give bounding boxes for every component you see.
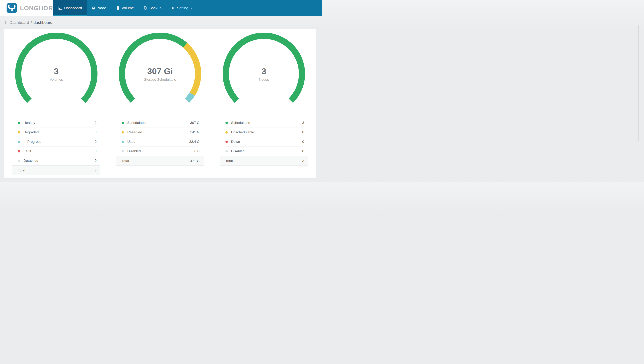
- legend-label: Schedulable: [231, 121, 302, 125]
- nav-item-volume[interactable]: Volume: [111, 0, 139, 16]
- gear-icon: [171, 6, 175, 10]
- legend-row: Schedulable307 Gi: [116, 118, 204, 128]
- nav-item-dashboard[interactable]: Dashboard: [54, 0, 87, 16]
- gauge-arc-schedulable: [119, 32, 187, 103]
- legend-dot: [226, 122, 228, 124]
- storage-gauge-chart: 307 Gi Storage Schedulable: [118, 32, 202, 105]
- nodes-gauge-chart: 3 Nodes: [222, 32, 306, 105]
- legend-dot: [226, 150, 228, 152]
- gauge-arc-schedulable: [223, 32, 305, 103]
- gauge-arc-canvas: [14, 32, 98, 105]
- legend-dot: [226, 141, 228, 143]
- legend-dot: [122, 150, 124, 152]
- legend-dot: [18, 122, 20, 124]
- legend-value: 3: [302, 121, 304, 125]
- volumes-legend-table: Healthy3Degraded0In Progress0Fault0Detac…: [12, 118, 100, 175]
- nav-item-setting[interactable]: Setting: [166, 0, 198, 16]
- legend-label: Detached: [24, 159, 94, 163]
- legend-value: 0: [302, 140, 304, 144]
- breadcrumb-section: Dashboard: [10, 20, 29, 25]
- brand-logo-link[interactable]: LONGHORN: [0, 0, 54, 16]
- legend-value: 3: [94, 121, 96, 125]
- top-nav-bar: LONGHORN Dashboard Node: [0, 0, 322, 16]
- legend-value: 0: [94, 140, 96, 144]
- legend-row: Degraded0: [12, 128, 100, 137]
- legend-value: 22.4 Gi: [189, 140, 200, 144]
- total-value: 471 Gi: [190, 159, 200, 163]
- legend-row: Used22.4 Gi: [116, 137, 204, 146]
- legend-label: Fault: [24, 149, 94, 153]
- legend-dot: [122, 122, 124, 124]
- total-label: Total: [18, 168, 25, 172]
- breadcrumb-root-link[interactable]: Dashboard: [5, 20, 29, 25]
- nav-label: Setting: [177, 6, 188, 10]
- legend-total-row: Total 3: [220, 156, 308, 166]
- legend-dot: [122, 141, 124, 143]
- dashboard-card: 3 Volumes Healthy3Degraded0In Progress0F…: [4, 29, 316, 178]
- legend-label: Schedulable: [127, 121, 190, 125]
- legend-dot: [18, 160, 20, 162]
- legend-value: 0: [302, 149, 304, 153]
- legend-total-row: Total 471 Gi: [116, 156, 204, 166]
- legend-dot: [122, 131, 124, 134]
- nav-label: Node: [98, 6, 106, 10]
- legend-row: Healthy3: [12, 118, 100, 128]
- legend-value: 0: [302, 130, 304, 134]
- gauge-arc-canvas: [222, 32, 306, 105]
- nodes-legend-table: Schedulable3Unschedulable0Down0Disabled0…: [220, 118, 308, 166]
- legend-row: Reserved141 Gi: [116, 128, 204, 137]
- gauge-arc-healthy: [15, 32, 98, 103]
- nav-label: Volume: [122, 6, 134, 10]
- legend-row: Schedulable3: [220, 118, 308, 128]
- legend-row: Detached0: [12, 156, 100, 166]
- total-label: Total: [226, 159, 233, 163]
- nav-label: Backup: [149, 6, 162, 10]
- backup-icon: [143, 6, 147, 10]
- brand-name: LONGHORN: [20, 4, 58, 12]
- total-value: 3: [94, 168, 96, 172]
- legend-label: Disabled: [231, 149, 302, 153]
- chevron-down-icon: [190, 7, 193, 9]
- legend-total-row: Total 3: [12, 166, 100, 175]
- total-value: 3: [302, 159, 304, 163]
- storage-legend-table: Schedulable307 GiReserved141 GiUsed22.4 …: [116, 118, 204, 166]
- gauge-arc-reserved: [183, 43, 201, 96]
- legend-dot: [18, 150, 20, 152]
- legend-label: Healthy: [24, 121, 94, 125]
- legend-row: Disabled0: [220, 146, 308, 156]
- nav-item-node[interactable]: Node: [87, 0, 111, 16]
- legend-dot: [18, 141, 20, 143]
- total-label: Total: [122, 159, 129, 163]
- storage-panel: 307 Gi Storage Schedulable Schedulable30…: [116, 32, 204, 178]
- legend-value: 0: [94, 130, 96, 134]
- legend-row: Unschedulable0: [220, 128, 308, 137]
- main-nav: Dashboard Node: [54, 0, 198, 16]
- legend-row: Disabled0 Bi: [116, 146, 204, 156]
- volumes-gauge-chart: 3 Volumes: [14, 32, 98, 105]
- breadcrumb: Dashboard / dashboard: [0, 16, 322, 29]
- volumes-panel: 3 Volumes Healthy3Degraded0In Progress0F…: [12, 32, 100, 178]
- legend-row: In Progress0: [12, 137, 100, 146]
- nodes-panel: 3 Nodes Schedulable3Unschedulable0Down0D…: [220, 32, 308, 178]
- bar-chart-icon: [5, 21, 8, 24]
- nav-label: Dashboard: [64, 6, 82, 10]
- nav-item-backup[interactable]: Backup: [138, 0, 166, 16]
- legend-value: 0 Bi: [194, 149, 200, 153]
- legend-value: 0: [94, 149, 96, 153]
- longhorn-bull-icon: [6, 3, 17, 13]
- legend-value: 0: [94, 159, 96, 163]
- legend-value: 307 Gi: [190, 121, 200, 125]
- legend-value: 141 Gi: [190, 130, 200, 134]
- volume-icon: [116, 6, 120, 10]
- node-icon: [92, 6, 96, 10]
- legend-label: Down: [231, 140, 302, 144]
- legend-label: In Progress: [24, 140, 94, 144]
- legend-label: Disabled: [127, 149, 194, 153]
- breadcrumb-current-page: dashboard: [34, 20, 52, 25]
- breadcrumb-separator: /: [31, 20, 32, 25]
- gauge-arc-canvas: [118, 32, 202, 105]
- legend-label: Reserved: [127, 130, 190, 134]
- legend-dot: [226, 131, 228, 134]
- legend-label: Unschedulable: [231, 130, 302, 134]
- legend-dot: [18, 131, 20, 134]
